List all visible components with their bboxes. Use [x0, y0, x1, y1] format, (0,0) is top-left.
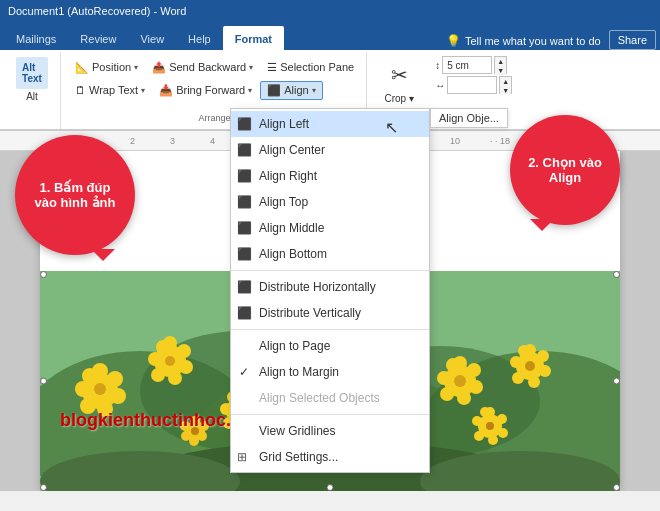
tab-review[interactable]: Review	[68, 26, 128, 50]
svg-point-83	[498, 428, 508, 438]
svg-point-55	[457, 391, 471, 405]
position-button[interactable]: 📐 Position ▾	[69, 59, 144, 76]
distribute-v-label: Distribute Vertically	[259, 306, 361, 320]
menu-align-margin[interactable]: Align to Margin	[231, 359, 429, 385]
height-field[interactable]: 5 cm	[442, 56, 492, 74]
svg-point-54	[469, 380, 483, 394]
svg-point-14	[94, 383, 106, 395]
svg-point-17	[177, 344, 191, 358]
align-dropdown: ⬛ Align Left ⬛ Align Center ⬛ Align Righ…	[230, 108, 430, 473]
distribute-v-icon: ⬛	[237, 306, 252, 320]
cursor: ↖	[385, 118, 398, 137]
ruler-mark-11: · · 18	[490, 136, 510, 146]
svg-point-59	[454, 375, 466, 387]
handle-bm[interactable]	[327, 484, 334, 491]
handle-bl[interactable]	[40, 484, 47, 491]
svg-point-62	[537, 350, 549, 362]
align-bottom-icon: ⬛	[237, 247, 252, 261]
search-area[interactable]: 💡 Tell me what you want to do	[438, 32, 609, 50]
menu-grid-settings[interactable]: ⊞ Grid Settings...	[231, 444, 429, 470]
svg-point-9	[110, 388, 126, 404]
svg-point-57	[437, 371, 451, 385]
svg-point-56	[440, 387, 454, 401]
search-placeholder: Tell me what you want to do	[465, 35, 601, 47]
alt-button[interactable]: AltText Alt	[10, 54, 54, 105]
width-field[interactable]	[447, 76, 497, 94]
handle-tr[interactable]	[613, 271, 620, 278]
bring-forward-label: Bring Forward	[176, 84, 245, 96]
align-right-icon: ⬛	[237, 169, 252, 183]
handle-br[interactable]	[613, 484, 620, 491]
svg-point-86	[472, 416, 482, 426]
menu-align-selected: Align Selected Objects	[231, 385, 429, 411]
menu-align-page[interactable]: Align to Page	[231, 333, 429, 359]
alt-icon: AltText	[16, 57, 48, 89]
svg-point-68	[525, 361, 535, 371]
width-up[interactable]: ▲	[500, 77, 511, 86]
grid-settings-label: Grid Settings...	[259, 450, 338, 464]
height-up[interactable]: ▲	[495, 57, 506, 66]
align-objects-box[interactable]: Align Obje...	[430, 108, 508, 128]
height-icon: ↕	[435, 60, 440, 71]
svg-point-67	[518, 345, 530, 357]
svg-point-53	[467, 363, 481, 377]
bring-forward-arrow: ▾	[248, 86, 252, 95]
align-top-label: Align Top	[259, 195, 308, 209]
tab-help[interactable]: Help	[176, 26, 223, 50]
position-arrow: ▾	[134, 63, 138, 72]
align-arrow: ▾	[312, 86, 316, 95]
menu-align-left[interactable]: ⬛ Align Left	[231, 111, 429, 137]
distribute-h-label: Distribute Horizontally	[259, 280, 376, 294]
wrap-text-button[interactable]: 🗒 Wrap Text ▾	[69, 82, 151, 98]
bubble-1-text: 1. Bấm đúp vào hình ảnh	[27, 180, 123, 210]
svg-point-65	[512, 372, 524, 384]
menu-align-middle[interactable]: ⬛ Align Middle	[231, 215, 429, 241]
align-center-icon: ⬛	[237, 143, 252, 157]
menu-align-top[interactable]: ⬛ Align Top	[231, 189, 429, 215]
tab-format[interactable]: Format	[223, 26, 284, 50]
menu-align-bottom[interactable]: ⬛ Align Bottom	[231, 241, 429, 267]
title-text: Document1 (AutoRecovered) - Word	[8, 5, 186, 17]
distribute-h-icon: ⬛	[237, 280, 252, 294]
position-label: Position	[92, 61, 131, 73]
svg-point-63	[539, 365, 551, 377]
send-backward-button[interactable]: 📤 Send Backward ▾	[146, 59, 259, 76]
handle-mr[interactable]	[613, 378, 620, 385]
menu-align-right[interactable]: ⬛ Align Right	[231, 163, 429, 189]
svg-point-64	[528, 376, 540, 388]
share-button[interactable]: Share	[609, 30, 656, 50]
menu-distribute-h[interactable]: ⬛ Distribute Horizontally	[231, 274, 429, 300]
position-row: 📐 Position ▾ 📤 Send Backward ▾ ☰ Selecti…	[69, 56, 360, 78]
selection-pane-label: Selection Pane	[280, 61, 354, 73]
tab-view[interactable]: View	[128, 26, 176, 50]
height-down[interactable]: ▼	[495, 66, 506, 75]
svg-point-88	[486, 422, 494, 430]
align-middle-icon: ⬛	[237, 221, 252, 235]
width-down[interactable]: ▼	[500, 86, 511, 95]
menu-view-gridlines[interactable]: View Gridlines	[231, 418, 429, 444]
bring-forward-button[interactable]: 📥 Bring Forward ▾	[153, 82, 258, 99]
handle-ml[interactable]	[40, 378, 47, 385]
width-spinner[interactable]: ▲ ▼	[499, 76, 512, 94]
align-page-label: Align to Page	[259, 339, 330, 353]
title-bar: Document1 (AutoRecovered) - Word	[0, 0, 660, 22]
width-row: ↔ ▲ ▼	[435, 76, 512, 94]
tab-mailings[interactable]: Mailings	[4, 26, 68, 50]
menu-align-center[interactable]: ⬛ Align Center	[231, 137, 429, 163]
crop-button[interactable]: ✂ Crop ▾	[377, 56, 421, 107]
menu-distribute-v[interactable]: ⬛ Distribute Vertically	[231, 300, 429, 326]
height-spinner[interactable]: ▲ ▼	[494, 56, 507, 74]
selection-pane-button[interactable]: ☰ Selection Pane	[261, 59, 360, 76]
svg-point-82	[497, 414, 507, 424]
width-icon: ↔	[435, 80, 445, 91]
ruler-mark-4: 4	[210, 136, 215, 146]
svg-point-23	[165, 356, 175, 366]
crop-label: Crop ▾	[384, 93, 413, 104]
wrap-text-arrow: ▾	[141, 86, 145, 95]
tab-bar: Mailings Review View Help Format 💡 Tell …	[0, 22, 660, 50]
alt-label: Alt	[26, 91, 38, 102]
ruler-mark-3: 3	[170, 136, 175, 146]
view-gridlines-label: View Gridlines	[259, 424, 335, 438]
handle-tl[interactable]	[40, 271, 47, 278]
align-button[interactable]: ⬛ Align ▾	[260, 81, 322, 100]
